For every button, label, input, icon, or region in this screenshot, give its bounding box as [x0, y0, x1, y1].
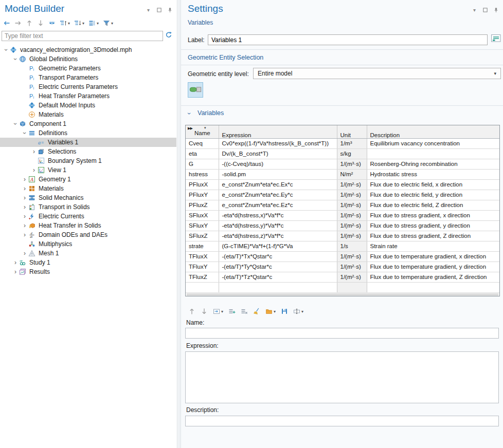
tree-item[interactable]: ›Mesh 1	[0, 249, 176, 258]
variable-row[interactable]: PFluxYe_const*Znum*eta*ec.Ey*c1/(m²·s)Fl…	[186, 190, 499, 200]
tree-item[interactable]: ›Definitions	[0, 128, 176, 138]
variable-cell-expression[interactable]: e_const*Znum*eta*ec.Ey*c	[219, 190, 337, 200]
tree-item[interactable]: ›Heat Transfer in Solids	[0, 221, 176, 230]
panel-dropdown-icon[interactable]: ▾	[471, 7, 478, 13]
variable-row[interactable]: SFluxX-eta*d(hstress,x)*Va*f*c1/(m²·s)Fl…	[186, 210, 499, 220]
variable-cell-expression[interactable]: -(eta/T)*Tx*Qstar*c	[219, 251, 337, 262]
variable-cell-description[interactable]: Flux due to stress gradient, y direction	[367, 220, 499, 231]
variable-cell-name[interactable]: TFluxZ	[186, 272, 219, 282]
column-header-expression[interactable]: Expression	[219, 125, 337, 138]
back-button[interactable]	[3, 18, 10, 28]
float-icon[interactable]	[482, 7, 489, 13]
pin-icon[interactable]	[493, 7, 499, 13]
float-icon[interactable]	[156, 7, 163, 13]
variable-cell-unit[interactable]: N/m²	[337, 169, 367, 179]
tree-item[interactable]: ›AGeometry 1	[0, 175, 176, 184]
refresh-button[interactable]	[164, 31, 173, 40]
description-field-input[interactable]	[185, 416, 499, 426]
column-header-name[interactable]: ▶▶ ▾ Name	[186, 125, 219, 138]
tree-item[interactable]: ›View 1	[0, 165, 176, 175]
variable-row[interactable]: TFluxY-(eta/T)*Ty*Qstar*c1/(m²·s)Flux du…	[186, 262, 499, 272]
variable-row[interactable]: SFluxY-eta*d(hstress,y)*Va*f*c1/(m²·s)Fl…	[186, 220, 499, 231]
column-header-description[interactable]: Description	[367, 125, 499, 138]
variable-cell-expression[interactable]: -eta*d(hstress,y)*Va*f*c	[219, 220, 337, 231]
variable-cell-unit[interactable]	[337, 282, 367, 292]
variable-row[interactable]: strate(G-cTIME)*Va*f+(1-f)*G*Va1/sStrain…	[186, 241, 499, 251]
save-file-button[interactable]	[280, 307, 288, 316]
dropdown-caret-icon[interactable]: ▾	[68, 21, 70, 26]
variable-cell-name[interactable]: hstress	[186, 169, 219, 179]
column-header-unit[interactable]: Unit	[337, 125, 367, 138]
variable-cell-unit[interactable]: 1/(m²·s)	[337, 251, 367, 262]
collapsed-chevron-icon[interactable]: ›	[22, 222, 28, 229]
variable-cell-expression[interactable]: -(eta/T)*Ty*Qstar*c	[219, 262, 337, 272]
variable-cell-name[interactable]: eta	[186, 148, 219, 159]
variable-row[interactable]: G-((c-Cveq)/taus)1/(m³·s)Rosenberg-Ohrin…	[186, 159, 499, 169]
variable-row[interactable]: hstress-solid.pmN/m²Hydrostatic stress	[186, 169, 499, 179]
variable-cell-description[interactable]: Flux due to temperature gradient, x dire…	[367, 251, 499, 262]
variable-cell-expression[interactable]: Dv/(k_B_const*T)	[219, 148, 337, 159]
table-horizontal-scrollbar[interactable]	[186, 292, 499, 296]
add-button[interactable]	[228, 307, 236, 316]
variable-cell-name[interactable]: strate	[186, 241, 219, 251]
variable-cell-expression[interactable]: e_const*Znum*eta*ec.Ez*c	[219, 200, 337, 210]
collapsed-chevron-icon[interactable]: ›	[22, 195, 28, 201]
delete-button[interactable]	[240, 307, 248, 316]
variable-cell-description[interactable]: Flux due to temperature gradient, Z dire…	[367, 272, 499, 282]
tree-item[interactable]: Materials	[0, 110, 176, 119]
variable-cell-unit[interactable]: 1/(m²·s)	[337, 262, 367, 272]
geometric-entity-level-select[interactable]: Entire model ▾	[253, 68, 501, 79]
expanded-chevron-icon[interactable]: ›	[12, 121, 19, 127]
variable-cell-name[interactable]: SFluxX	[186, 210, 219, 220]
tree-item[interactable]: ›Selections	[0, 147, 176, 156]
variable-cell-expression[interactable]: -solid.pm	[219, 169, 337, 179]
tree-item[interactable]: PiHeat Transfer Parameters	[0, 91, 176, 101]
variable-cell-expression[interactable]: -eta*d(hstress,z)*Va*f*c	[219, 231, 337, 241]
tree-item[interactable]: ›Study 1	[0, 258, 176, 267]
model-tree-node-text-button[interactable]: ▾	[88, 18, 99, 28]
variable-row[interactable]: PFluxZe_const*Znum*eta*ec.Ez*c1/(m²·s)Fl…	[186, 200, 499, 210]
rename-label-button[interactable]	[491, 34, 501, 44]
variable-cell-name[interactable]: TFluxY	[186, 262, 219, 272]
tree-item[interactable]: ›Global Definitions	[0, 54, 176, 64]
variable-cell-unit[interactable]: 1/(m²·s)	[337, 231, 367, 241]
variable-cell-name[interactable]: Cveq	[186, 138, 219, 148]
pin-icon[interactable]	[167, 7, 173, 13]
variable-row[interactable]: PFluxXe_const*Znum*eta*ec.Ex*c1/(m²·s)Fl…	[186, 179, 499, 190]
variable-cell-expression[interactable]: -((c-Cveq)/taus)	[219, 159, 337, 169]
variable-cell-description[interactable]: Flux due to temperature gradient, y dire…	[367, 262, 499, 272]
tree-filter-input[interactable]	[2, 31, 163, 41]
variable-cell-unit[interactable]: 1/(m²·s)	[337, 220, 367, 231]
variable-cell-description[interactable]: Flux due to electric field, x direction	[367, 179, 499, 190]
move-up-button[interactable]	[188, 307, 195, 316]
variable-cell-name[interactable]	[186, 282, 219, 292]
tree-item[interactable]: PiGeometric Parameters	[0, 64, 176, 73]
variable-cell-description[interactable]: Strain rate	[367, 241, 499, 251]
show-button[interactable]	[48, 18, 56, 28]
collapsed-chevron-icon[interactable]: ›	[12, 259, 19, 266]
tree-item[interactable]: ›Materials	[0, 184, 176, 193]
variable-row[interactable]: SFluxZ-eta*d(hstress,z)*Va*f*c1/(m²·s)Fl…	[186, 231, 499, 241]
variable-cell-name[interactable]: G	[186, 159, 219, 169]
collapsed-chevron-icon[interactable]: ›	[22, 213, 28, 219]
variable-cell-description[interactable]: Rosenberg-Ohring recombination	[367, 159, 499, 169]
move-to-button[interactable]: ▾	[212, 307, 223, 316]
expanded-chevron-icon[interactable]: ›	[3, 47, 9, 53]
collapsed-chevron-icon[interactable]: ›	[22, 232, 28, 238]
dropdown-caret-icon[interactable]: ▾	[82, 21, 84, 26]
variable-cell-description[interactable]: Flux due to stress gradient, Z direction	[367, 231, 499, 241]
variable-cell-unit[interactable]: 1/(m²·s)	[337, 179, 367, 190]
variable-cell-unit[interactable]: 1/m³	[337, 138, 367, 148]
variable-cell-name[interactable]: PFluxY	[186, 190, 219, 200]
dropdown-caret-icon[interactable]: ▾	[301, 309, 303, 314]
panel-dropdown-icon[interactable]: ▾	[145, 7, 152, 13]
dropdown-caret-icon[interactable]: ▾	[97, 21, 99, 26]
variable-cell-unit[interactable]: 1/(m²·s)	[337, 190, 367, 200]
variable-cell-name[interactable]: PFluxZ	[186, 200, 219, 210]
variable-cell-description[interactable]: Equilibrium vacancy concentration	[367, 138, 499, 148]
variable-cell-name[interactable]: SFluxY	[186, 220, 219, 231]
variable-cell-expression[interactable]: -(eta/T)*Tz*Qstar*c	[219, 272, 337, 282]
variable-row[interactable]: TFluxX-(eta/T)*Tx*Qstar*c1/(m²·s)Flux du…	[186, 251, 499, 262]
variable-row[interactable]: TFluxZ-(eta/T)*Tz*Qstar*c1/(m²·s)Flux du…	[186, 272, 499, 282]
dropdown-caret-icon[interactable]: ▾	[111, 21, 113, 26]
